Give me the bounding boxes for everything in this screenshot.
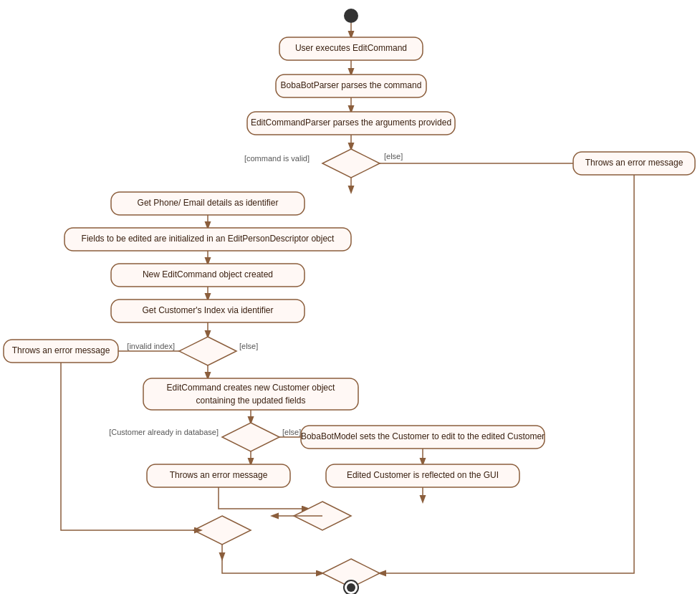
- label-customer-in-db: [Customer already in database]: [109, 428, 219, 436]
- arrow-error1-d6: [380, 175, 634, 573]
- label-editcommand-creates-1: EditCommand creates new Customer object: [167, 383, 335, 393]
- diamond-command-valid: [322, 149, 380, 178]
- label-user-executes: User executes EditCommand: [295, 43, 407, 53]
- label-fields-edited: Fields to be edited are initialized in a…: [82, 234, 335, 244]
- diamond-customer-db: [222, 423, 279, 451]
- label-command-valid: [command is valid]: [244, 154, 310, 163]
- diamond-index-valid: [179, 337, 236, 365]
- diamond-merge2: [193, 516, 251, 545]
- label-new-editcommand: New EditCommand object created: [143, 269, 273, 279]
- end-inner: [347, 583, 355, 592]
- arrow-error3-d4: [219, 487, 308, 509]
- label-else3: [else]: [282, 428, 301, 436]
- label-invalid-index: [invalid index]: [127, 342, 175, 350]
- label-editcommand-creates-2: containing the updated fields: [196, 396, 306, 406]
- diagram-container: User executes EditCommand BobaBotParser …: [0, 0, 700, 594]
- label-bobabot-model-sets: BobaBotModel sets the Customer to edit t…: [301, 431, 545, 441]
- label-throws-error3: Throws an error message: [170, 470, 268, 480]
- label-edited-customer: Edited Customer is reflected on the GUI: [347, 470, 499, 480]
- label-throws-error2: Throws an error message: [12, 345, 110, 355]
- label-get-phone-email: Get Phone/ Email details as identifier: [138, 198, 279, 208]
- label-else1: [else]: [384, 152, 403, 161]
- label-bobabot-parser: BobaBotParser parses the command: [281, 80, 422, 90]
- start-node: [344, 9, 358, 23]
- label-throws-error1: Throws an error message: [585, 158, 684, 168]
- label-editcommand-parser: EditCommandParser parses the arguments p…: [251, 118, 451, 128]
- arrow-d5b-d6: [222, 559, 322, 573]
- label-else2: [else]: [239, 342, 258, 350]
- label-get-customer-index: Get Customer's Index via identifier: [142, 305, 273, 315]
